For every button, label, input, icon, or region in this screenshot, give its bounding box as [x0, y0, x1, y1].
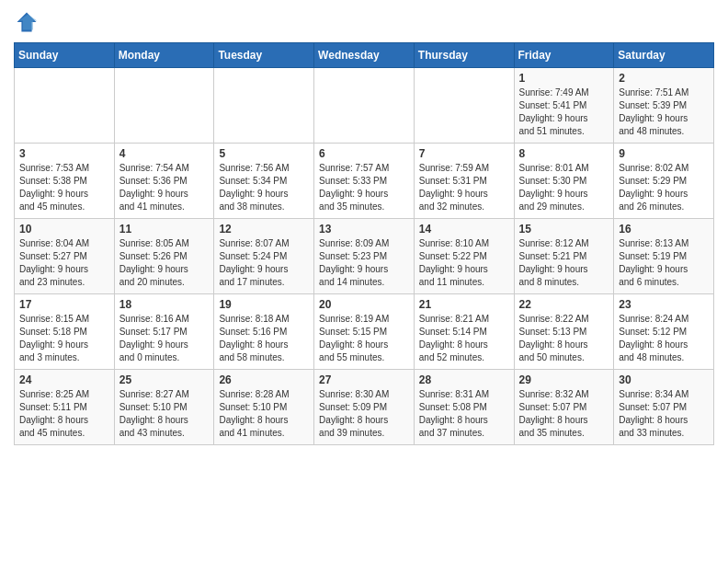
- day-number: 6: [319, 147, 409, 160]
- day-number: 24: [19, 373, 109, 386]
- day-info: Sunrise: 7:57 AM Sunset: 5:33 PM Dayligh…: [319, 162, 409, 213]
- calendar-cell: 3Sunrise: 7:53 AM Sunset: 5:38 PM Daylig…: [15, 144, 115, 219]
- day-number: 16: [619, 223, 709, 236]
- day-number: 13: [319, 223, 409, 236]
- day-info: Sunrise: 8:07 AM Sunset: 5:24 PM Dayligh…: [219, 237, 309, 289]
- calendar-cell: 29Sunrise: 8:32 AM Sunset: 5:07 PM Dayli…: [514, 370, 614, 445]
- calendar-header-row: SundayMondayTuesdayWednesdayThursdayFrid…: [15, 43, 714, 68]
- calendar-cell: 22Sunrise: 8:22 AM Sunset: 5:13 PM Dayli…: [514, 294, 614, 370]
- day-number: 23: [619, 298, 709, 311]
- day-info: Sunrise: 7:49 AM Sunset: 5:41 PM Dayligh…: [519, 86, 609, 138]
- calendar-cell: 5Sunrise: 7:56 AM Sunset: 5:34 PM Daylig…: [214, 144, 314, 219]
- day-number: 18: [119, 298, 210, 311]
- calendar-table: SundayMondayTuesdayWednesdayThursdayFrid…: [14, 42, 714, 445]
- calendar-cell: 17Sunrise: 8:15 AM Sunset: 5:18 PM Dayli…: [15, 294, 115, 370]
- day-info: Sunrise: 7:56 AM Sunset: 5:34 PM Dayligh…: [219, 162, 309, 213]
- page-container: SundayMondayTuesdayWednesdayThursdayFrid…: [0, 0, 728, 454]
- column-header-saturday: Saturday: [614, 43, 714, 68]
- day-info: Sunrise: 8:31 AM Sunset: 5:08 PM Dayligh…: [419, 388, 509, 440]
- day-info: Sunrise: 8:04 AM Sunset: 5:27 PM Dayligh…: [19, 237, 109, 289]
- calendar-cell: 20Sunrise: 8:19 AM Sunset: 5:15 PM Dayli…: [314, 294, 415, 370]
- day-info: Sunrise: 8:30 AM Sunset: 5:09 PM Dayligh…: [319, 388, 409, 440]
- day-number: 22: [519, 298, 609, 311]
- day-info: Sunrise: 8:10 AM Sunset: 5:22 PM Dayligh…: [419, 237, 509, 289]
- column-header-friday: Friday: [514, 43, 614, 68]
- calendar-week-row: 1Sunrise: 7:49 AM Sunset: 5:41 PM Daylig…: [15, 68, 714, 144]
- calendar-cell: 13Sunrise: 8:09 AM Sunset: 5:23 PM Dayli…: [314, 219, 415, 294]
- day-info: Sunrise: 7:51 AM Sunset: 5:39 PM Dayligh…: [619, 86, 709, 138]
- day-number: 1: [519, 72, 609, 85]
- logo: [14, 9, 43, 35]
- day-number: 26: [219, 373, 309, 386]
- calendar-cell: 16Sunrise: 8:13 AM Sunset: 5:19 PM Dayli…: [614, 219, 714, 294]
- calendar-cell: [414, 68, 514, 144]
- calendar-cell: [214, 68, 314, 144]
- calendar-cell: 9Sunrise: 8:02 AM Sunset: 5:29 PM Daylig…: [614, 144, 714, 219]
- calendar-cell: 19Sunrise: 8:18 AM Sunset: 5:16 PM Dayli…: [214, 294, 314, 370]
- day-number: 8: [519, 147, 609, 160]
- day-info: Sunrise: 8:25 AM Sunset: 5:11 PM Dayligh…: [19, 388, 109, 440]
- day-info: Sunrise: 8:15 AM Sunset: 5:18 PM Dayligh…: [19, 313, 109, 364]
- calendar-cell: 26Sunrise: 8:28 AM Sunset: 5:10 PM Dayli…: [214, 370, 314, 445]
- day-info: Sunrise: 8:34 AM Sunset: 5:07 PM Dayligh…: [619, 388, 709, 440]
- day-info: Sunrise: 8:13 AM Sunset: 5:19 PM Dayligh…: [619, 237, 709, 289]
- day-number: 3: [19, 147, 109, 160]
- calendar-cell: 1Sunrise: 7:49 AM Sunset: 5:41 PM Daylig…: [514, 68, 614, 144]
- day-number: 15: [519, 223, 609, 236]
- column-header-thursday: Thursday: [414, 43, 514, 68]
- day-info: Sunrise: 8:24 AM Sunset: 5:12 PM Dayligh…: [619, 313, 709, 364]
- day-number: 19: [219, 298, 309, 311]
- day-info: Sunrise: 8:09 AM Sunset: 5:23 PM Dayligh…: [319, 237, 409, 289]
- calendar-cell: 21Sunrise: 8:21 AM Sunset: 5:14 PM Dayli…: [414, 294, 514, 370]
- day-info: Sunrise: 7:59 AM Sunset: 5:31 PM Dayligh…: [419, 162, 509, 213]
- calendar-cell: 23Sunrise: 8:24 AM Sunset: 5:12 PM Dayli…: [614, 294, 714, 370]
- calendar-cell: 14Sunrise: 8:10 AM Sunset: 5:22 PM Dayli…: [414, 219, 514, 294]
- day-number: 9: [619, 147, 709, 160]
- calendar-cell: 24Sunrise: 8:25 AM Sunset: 5:11 PM Dayli…: [15, 370, 115, 445]
- day-number: 4: [119, 147, 210, 160]
- day-number: 2: [619, 72, 709, 85]
- calendar-cell: 4Sunrise: 7:54 AM Sunset: 5:36 PM Daylig…: [114, 144, 214, 219]
- column-header-wednesday: Wednesday: [314, 43, 415, 68]
- column-header-sunday: Sunday: [15, 43, 115, 68]
- day-info: Sunrise: 8:27 AM Sunset: 5:10 PM Dayligh…: [119, 388, 210, 440]
- column-header-tuesday: Tuesday: [214, 43, 314, 68]
- day-number: 20: [319, 298, 409, 311]
- day-info: Sunrise: 8:19 AM Sunset: 5:15 PM Dayligh…: [319, 313, 409, 364]
- calendar-cell: 8Sunrise: 8:01 AM Sunset: 5:30 PM Daylig…: [514, 144, 614, 219]
- day-info: Sunrise: 8:28 AM Sunset: 5:10 PM Dayligh…: [219, 388, 309, 440]
- calendar-week-row: 3Sunrise: 7:53 AM Sunset: 5:38 PM Daylig…: [15, 144, 714, 219]
- day-info: Sunrise: 7:54 AM Sunset: 5:36 PM Dayligh…: [119, 162, 210, 213]
- day-number: 14: [419, 223, 509, 236]
- day-number: 29: [519, 373, 609, 386]
- calendar-week-row: 24Sunrise: 8:25 AM Sunset: 5:11 PM Dayli…: [15, 370, 714, 445]
- calendar-cell: 30Sunrise: 8:34 AM Sunset: 5:07 PM Dayli…: [614, 370, 714, 445]
- day-info: Sunrise: 8:02 AM Sunset: 5:29 PM Dayligh…: [619, 162, 709, 213]
- calendar-cell: 2Sunrise: 7:51 AM Sunset: 5:39 PM Daylig…: [614, 68, 714, 144]
- logo-icon: [14, 9, 40, 35]
- day-number: 12: [219, 223, 309, 236]
- calendar-cell: 15Sunrise: 8:12 AM Sunset: 5:21 PM Dayli…: [514, 219, 614, 294]
- day-number: 25: [119, 373, 210, 386]
- calendar-week-row: 17Sunrise: 8:15 AM Sunset: 5:18 PM Dayli…: [15, 294, 714, 370]
- day-number: 21: [419, 298, 509, 311]
- day-info: Sunrise: 8:05 AM Sunset: 5:26 PM Dayligh…: [119, 237, 210, 289]
- day-info: Sunrise: 8:22 AM Sunset: 5:13 PM Dayligh…: [519, 313, 609, 364]
- day-number: 27: [319, 373, 409, 386]
- calendar-cell: 10Sunrise: 8:04 AM Sunset: 5:27 PM Dayli…: [15, 219, 115, 294]
- calendar-week-row: 10Sunrise: 8:04 AM Sunset: 5:27 PM Dayli…: [15, 219, 714, 294]
- day-number: 10: [19, 223, 109, 236]
- calendar-cell: [314, 68, 415, 144]
- calendar-cell: 27Sunrise: 8:30 AM Sunset: 5:09 PM Dayli…: [314, 370, 415, 445]
- day-number: 28: [419, 373, 509, 386]
- calendar-cell: 11Sunrise: 8:05 AM Sunset: 5:26 PM Dayli…: [114, 219, 214, 294]
- calendar-cell: 6Sunrise: 7:57 AM Sunset: 5:33 PM Daylig…: [314, 144, 415, 219]
- day-number: 11: [119, 223, 210, 236]
- day-info: Sunrise: 8:18 AM Sunset: 5:16 PM Dayligh…: [219, 313, 309, 364]
- page-header: [14, 9, 714, 35]
- calendar-cell: [114, 68, 214, 144]
- day-info: Sunrise: 7:53 AM Sunset: 5:38 PM Dayligh…: [19, 162, 109, 213]
- day-info: Sunrise: 8:16 AM Sunset: 5:17 PM Dayligh…: [119, 313, 210, 364]
- calendar-cell: 25Sunrise: 8:27 AM Sunset: 5:10 PM Dayli…: [114, 370, 214, 445]
- day-info: Sunrise: 8:12 AM Sunset: 5:21 PM Dayligh…: [519, 237, 609, 289]
